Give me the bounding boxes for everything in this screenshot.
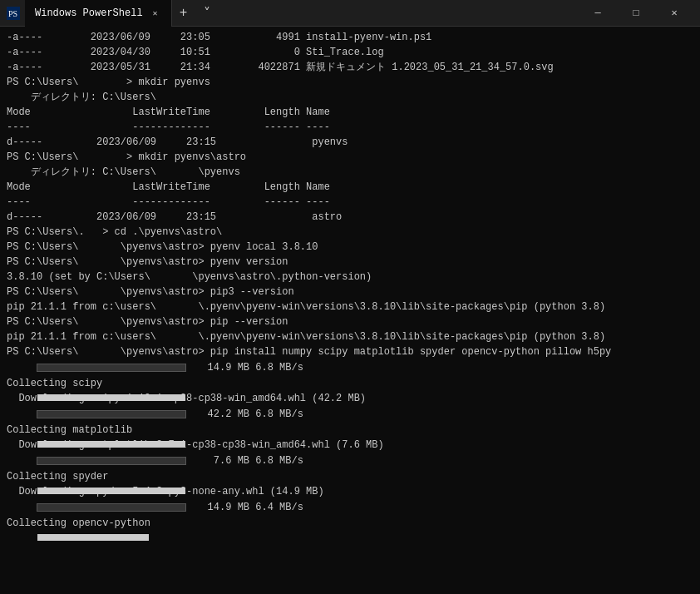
matplotlib-progress-bar [37, 457, 186, 465]
numpy-progress-prefix [7, 360, 37, 375]
numpy-progress-fill [37, 394, 185, 401]
line-11: ---- ------------- ------ ---- [7, 120, 693, 135]
line-33: PS C:\Users\ \pyenvs\astro> pip install … [7, 344, 693, 359]
titlebar: PS Windows PowerShell ✕ + ˅ ─ □ ✕ [0, 0, 700, 27]
minimize-button[interactable]: ─ [579, 0, 617, 27]
scipy-progress-bar [37, 410, 186, 418]
powershell-tab[interactable]: Windows PowerShell ✕ [25, 0, 172, 27]
matplotlib-progress-fill [37, 488, 185, 494]
scipy-progress-text: 42.2 MB 6.8 MB/s [190, 407, 303, 422]
line-30: pip 21.1.1 from c:\users\ \.pyenv\pyenv-… [7, 299, 693, 314]
line-15: PS C:\Users\ > mkdir pyenvs\astro [7, 150, 693, 165]
close-button[interactable]: ✕ [655, 0, 693, 27]
matplotlib-progress-text: 7.6 MB 6.8 MB/s [190, 453, 303, 468]
terminal-output[interactable]: -a---- 2023/06/09 23:05 4991 install-pye… [0, 27, 700, 594]
line-22: d----- 2023/06/09 23:15 astro [7, 210, 693, 225]
line-5: PS C:\Users\ > mkdir pyenvs [7, 75, 693, 90]
tab-bar: Windows PowerShell ✕ + ˅ [25, 0, 302, 27]
new-tab-button[interactable]: + [172, 0, 195, 27]
line-21: ---- ------------- ------ ---- [7, 195, 693, 210]
numpy-progress-bar [37, 364, 186, 372]
spyder-progress-prefix [7, 500, 37, 515]
line-17: ディレクトリ: C:\Users\ \pyenvs [7, 165, 693, 180]
app-icon: PS [7, 7, 20, 20]
numpy-progress-text: 14.9 MB 6.8 MB/s [190, 360, 303, 375]
tab-label: Windows PowerShell [35, 7, 143, 19]
tab-dropdown-button[interactable]: ˅ [195, 0, 219, 27]
window-controls: ─ □ ✕ [579, 0, 693, 27]
spyder-progress-fill [37, 534, 149, 541]
line-25: PS C:\Users\. > cd .\pyenvs\astro\ [7, 225, 693, 240]
spyder-progress-bar [37, 503, 186, 512]
line-12: d----- 2023/06/09 23:15 pyenvs [7, 135, 693, 150]
line-20: Mode LastWriteTime Length Name [7, 180, 693, 195]
numpy-progress-row: 14.9 MB 6.8 MB/s [7, 359, 693, 376]
line-31: PS C:\Users\ \pyenvs\astro> pip --versio… [7, 314, 693, 329]
line-29: PS C:\Users\ \pyenvs\astro> pip3 --versi… [7, 285, 693, 299]
scipy-progress-prefix [7, 407, 37, 422]
matplotlib-progress-prefix [7, 453, 37, 468]
line-10: Mode LastWriteTime Length Name [7, 105, 693, 120]
line-3: -a---- 2023/05/31 21:34 4022871 新規ドキュメント… [7, 60, 693, 75]
line-7: ディレクトリ: C:\Users\ [7, 90, 693, 105]
line-26: PS C:\Users\ \pyenvs\astro> pyenv local … [7, 240, 693, 255]
line-32: pip 21.1.1 from c:\users\ \.pyenv\pyenv-… [7, 329, 693, 344]
tab-close-button[interactable]: ✕ [150, 7, 161, 19]
line-2: -a---- 2023/04/30 10:51 0 Sti_Trace.log [7, 45, 693, 60]
scipy-progress-fill [37, 441, 185, 448]
line-27: PS C:\Users\ \pyenvs\astro> pyenv versio… [7, 255, 693, 270]
terminal-lines: -a---- 2023/06/09 23:05 4991 install-pye… [7, 30, 693, 531]
svg-text:PS: PS [8, 9, 17, 18]
maximize-button[interactable]: □ [617, 0, 655, 27]
line-28: 3.8.10 (set by C:\Users\ \pyenvs\astro\.… [7, 270, 693, 285]
line-1: -a---- 2023/06/09 23:05 4991 install-pye… [7, 30, 693, 45]
spyder-progress-text: 14.9 MB 6.4 MB/s [190, 500, 303, 515]
